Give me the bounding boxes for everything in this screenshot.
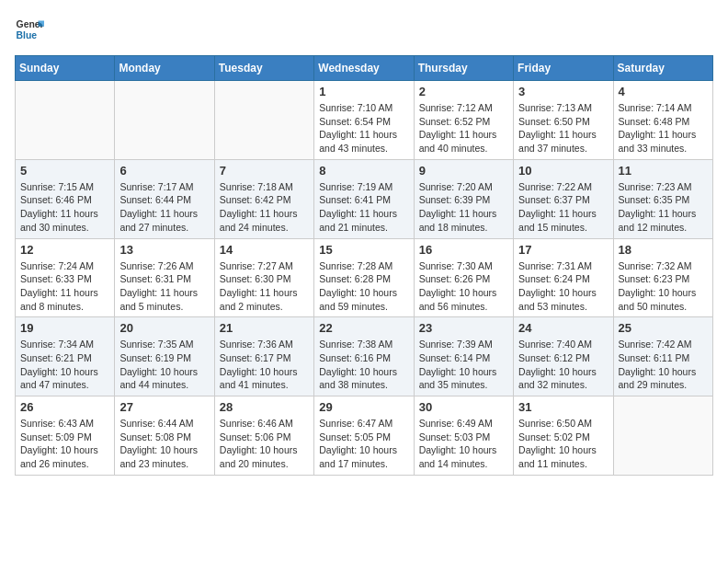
calendar-cell: 14Sunrise: 7:27 AMSunset: 6:30 PMDayligh… (214, 238, 313, 317)
day-info: Sunrise: 7:24 AMSunset: 6:33 PMDaylight:… (20, 259, 109, 314)
calendar-cell: 23Sunrise: 7:39 AMSunset: 6:14 PMDayligh… (414, 317, 513, 396)
calendar-cell: 1Sunrise: 7:10 AMSunset: 6:54 PMDaylight… (314, 81, 414, 160)
day-number: 26 (20, 400, 109, 414)
calendar-week-row: 19Sunrise: 7:34 AMSunset: 6:21 PMDayligh… (16, 317, 713, 396)
day-number: 16 (419, 243, 508, 257)
calendar-cell: 15Sunrise: 7:28 AMSunset: 6:28 PMDayligh… (314, 238, 414, 317)
calendar-cell: 18Sunrise: 7:32 AMSunset: 6:23 PMDayligh… (613, 238, 712, 317)
calendar-cell (16, 81, 115, 160)
calendar-week-row: 1Sunrise: 7:10 AMSunset: 6:54 PMDaylight… (16, 81, 713, 160)
day-number: 25 (619, 321, 708, 335)
day-info: Sunrise: 7:17 AMSunset: 6:44 PMDaylight:… (119, 180, 209, 235)
day-info: Sunrise: 7:36 AMSunset: 6:17 PMDaylight:… (220, 338, 309, 392)
calendar-cell: 13Sunrise: 7:26 AMSunset: 6:31 PMDayligh… (115, 238, 214, 317)
day-info: Sunrise: 7:10 AMSunset: 6:54 PMDaylight:… (319, 101, 408, 155)
calendar-cell: 16Sunrise: 7:30 AMSunset: 6:26 PMDayligh… (414, 238, 513, 317)
day-info: Sunrise: 6:47 AMSunset: 5:05 PMDaylight:… (319, 417, 408, 471)
calendar-cell (613, 396, 712, 476)
day-number: 30 (419, 400, 508, 414)
day-number: 7 (220, 164, 309, 178)
calendar-cell: 22Sunrise: 7:38 AMSunset: 6:16 PMDayligh… (314, 317, 414, 396)
calendar-cell: 10Sunrise: 7:22 AMSunset: 6:37 PMDayligh… (514, 159, 613, 238)
calendar-cell: 20Sunrise: 7:35 AMSunset: 6:19 PMDayligh… (115, 317, 214, 396)
calendar-week-row: 26Sunrise: 6:43 AMSunset: 5:09 PMDayligh… (16, 396, 713, 476)
day-number: 4 (619, 85, 708, 98)
weekday-header-friday: Friday (514, 56, 613, 81)
svg-text:Blue: Blue (17, 30, 38, 40)
day-number: 31 (518, 400, 608, 414)
weekday-header-monday: Monday (115, 56, 214, 81)
day-info: Sunrise: 7:15 AMSunset: 6:46 PMDaylight:… (20, 180, 109, 235)
day-info: Sunrise: 7:26 AMSunset: 6:31 PMDaylight:… (119, 259, 209, 314)
calendar-cell: 5Sunrise: 7:15 AMSunset: 6:46 PMDaylight… (16, 159, 115, 238)
calendar-cell: 29Sunrise: 6:47 AMSunset: 5:05 PMDayligh… (314, 396, 414, 476)
calendar-cell: 11Sunrise: 7:23 AMSunset: 6:35 PMDayligh… (613, 159, 712, 238)
day-number: 28 (220, 400, 309, 414)
weekday-header-row: SundayMondayTuesdayWednesdayThursdayFrid… (16, 56, 713, 81)
calendar-cell: 28Sunrise: 6:46 AMSunset: 5:06 PMDayligh… (214, 396, 313, 476)
calendar-cell: 6Sunrise: 7:17 AMSunset: 6:44 PMDaylight… (115, 159, 214, 238)
weekday-header-saturday: Saturday (613, 56, 712, 81)
calendar-cell: 3Sunrise: 7:13 AMSunset: 6:50 PMDaylight… (514, 81, 613, 160)
day-info: Sunrise: 7:32 AMSunset: 6:23 PMDaylight:… (619, 259, 708, 314)
day-number: 3 (518, 85, 608, 98)
calendar-week-row: 5Sunrise: 7:15 AMSunset: 6:46 PMDaylight… (16, 159, 713, 238)
day-number: 12 (20, 243, 109, 257)
day-number: 1 (319, 85, 408, 98)
day-info: Sunrise: 6:49 AMSunset: 5:03 PMDaylight:… (419, 417, 508, 471)
day-number: 24 (518, 321, 608, 335)
day-number: 8 (319, 164, 408, 178)
calendar-cell: 2Sunrise: 7:12 AMSunset: 6:52 PMDaylight… (414, 81, 513, 160)
calendar-cell: 12Sunrise: 7:24 AMSunset: 6:33 PMDayligh… (16, 238, 115, 317)
day-info: Sunrise: 7:13 AMSunset: 6:50 PMDaylight:… (518, 101, 608, 155)
day-info: Sunrise: 7:23 AMSunset: 6:35 PMDaylight:… (619, 180, 708, 235)
day-number: 6 (119, 164, 209, 178)
day-number: 5 (20, 164, 109, 178)
day-info: Sunrise: 6:44 AMSunset: 5:08 PMDaylight:… (119, 417, 209, 471)
day-info: Sunrise: 7:20 AMSunset: 6:39 PMDaylight:… (419, 180, 508, 235)
day-number: 13 (119, 243, 209, 257)
calendar-cell: 31Sunrise: 6:50 AMSunset: 5:02 PMDayligh… (514, 396, 613, 476)
calendar-cell: 4Sunrise: 7:14 AMSunset: 6:48 PMDaylight… (613, 81, 712, 160)
weekday-header-tuesday: Tuesday (214, 56, 313, 81)
day-number: 17 (518, 243, 608, 257)
calendar-cell: 7Sunrise: 7:18 AMSunset: 6:42 PMDaylight… (214, 159, 313, 238)
day-number: 18 (619, 243, 708, 257)
day-info: Sunrise: 7:28 AMSunset: 6:28 PMDaylight:… (319, 259, 408, 314)
day-number: 2 (419, 85, 508, 98)
day-number: 27 (119, 400, 209, 414)
day-number: 20 (119, 321, 209, 335)
day-number: 9 (419, 164, 508, 178)
day-info: Sunrise: 7:34 AMSunset: 6:21 PMDaylight:… (20, 338, 109, 392)
calendar-cell (214, 81, 313, 160)
calendar-cell: 26Sunrise: 6:43 AMSunset: 5:09 PMDayligh… (16, 396, 115, 476)
day-number: 11 (619, 164, 708, 178)
day-info: Sunrise: 7:31 AMSunset: 6:24 PMDaylight:… (518, 259, 608, 314)
day-number: 29 (319, 400, 408, 414)
day-info: Sunrise: 6:46 AMSunset: 5:06 PMDaylight:… (220, 417, 309, 471)
day-info: Sunrise: 7:14 AMSunset: 6:48 PMDaylight:… (619, 101, 708, 155)
calendar-week-row: 12Sunrise: 7:24 AMSunset: 6:33 PMDayligh… (16, 238, 713, 317)
calendar-cell: 24Sunrise: 7:40 AMSunset: 6:12 PMDayligh… (514, 317, 613, 396)
day-info: Sunrise: 7:39 AMSunset: 6:14 PMDaylight:… (419, 338, 508, 392)
calendar-cell: 21Sunrise: 7:36 AMSunset: 6:17 PMDayligh… (214, 317, 313, 396)
calendar-cell: 30Sunrise: 6:49 AMSunset: 5:03 PMDayligh… (414, 396, 513, 476)
day-info: Sunrise: 7:22 AMSunset: 6:37 PMDaylight:… (518, 180, 608, 235)
weekday-header-wednesday: Wednesday (314, 56, 414, 81)
day-number: 21 (220, 321, 309, 335)
day-info: Sunrise: 6:43 AMSunset: 5:09 PMDaylight:… (20, 417, 109, 471)
calendar-cell (115, 81, 214, 160)
logo-icon: General Blue (15, 15, 44, 44)
calendar-cell: 9Sunrise: 7:20 AMSunset: 6:39 PMDaylight… (414, 159, 513, 238)
day-info: Sunrise: 7:27 AMSunset: 6:30 PMDaylight:… (220, 259, 309, 314)
day-info: Sunrise: 6:50 AMSunset: 5:02 PMDaylight:… (518, 417, 608, 471)
day-info: Sunrise: 7:30 AMSunset: 6:26 PMDaylight:… (419, 259, 508, 314)
day-info: Sunrise: 7:42 AMSunset: 6:11 PMDaylight:… (619, 338, 708, 392)
day-info: Sunrise: 7:19 AMSunset: 6:41 PMDaylight:… (319, 180, 408, 235)
day-number: 10 (518, 164, 608, 178)
day-number: 22 (319, 321, 408, 335)
calendar-cell: 25Sunrise: 7:42 AMSunset: 6:11 PMDayligh… (613, 317, 712, 396)
calendar-table: SundayMondayTuesdayWednesdayThursdayFrid… (15, 55, 713, 476)
day-info: Sunrise: 7:38 AMSunset: 6:16 PMDaylight:… (319, 338, 408, 392)
calendar-cell: 17Sunrise: 7:31 AMSunset: 6:24 PMDayligh… (514, 238, 613, 317)
